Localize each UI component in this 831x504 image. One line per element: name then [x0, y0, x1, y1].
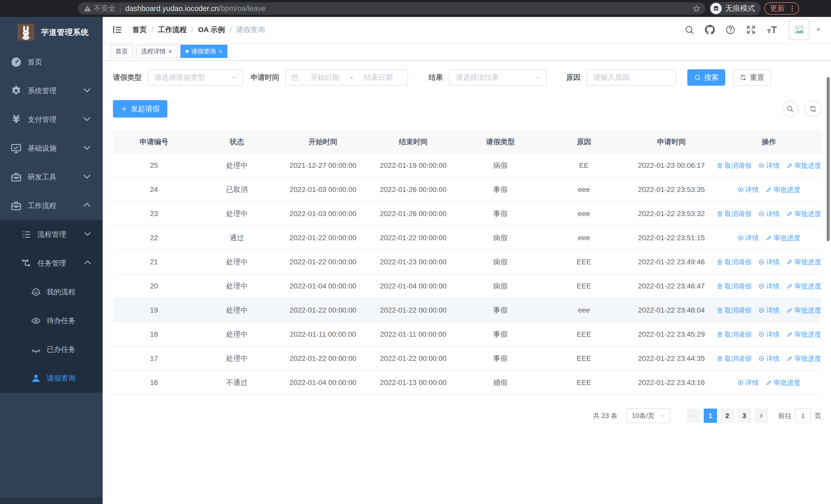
reason-input[interactable] — [587, 69, 676, 86]
show-search-button[interactable] — [782, 100, 798, 117]
url-text: dashboard.yudao.iocoder.cn/bpm/oa/leave — [125, 4, 692, 13]
chevron-down-icon — [660, 413, 666, 419]
tab-leave-query[interactable]: 请假查询× — [180, 45, 227, 58]
apply-time-range-input[interactable]: 开始日期 - 结束日期 — [285, 69, 408, 86]
sidebar-item-my-process[interactable]: 我的流程 — [0, 278, 103, 306]
reset-button[interactable]: 重置 — [733, 69, 771, 86]
cancel-action-link[interactable]: 取消请假 — [717, 258, 751, 267]
font-size-icon[interactable] — [766, 25, 779, 35]
progress-action-link[interactable]: 审批进度 — [786, 209, 821, 218]
help-icon[interactable] — [725, 25, 736, 35]
table-row: 19处理中2022-01-22 00:00:002022-01-22 00:00… — [113, 298, 821, 322]
calendar-icon — [291, 73, 299, 81]
cancel-action-link[interactable]: 取消请假 — [717, 209, 751, 218]
sidebar-item-todo-tasks[interactable]: 待办任务 — [0, 306, 103, 335]
progress-action-link[interactable]: 审批进度 — [766, 185, 800, 194]
breadcrumb-item[interactable]: OA 示例 — [198, 25, 225, 35]
leave-type-select[interactable]: 请选择请假类型 — [148, 69, 243, 86]
kebab-menu-icon[interactable] — [789, 5, 796, 12]
sidebar-item-dev-tools[interactable]: 研发工具 — [0, 163, 103, 191]
detail-action-link[interactable]: 详情 — [758, 209, 780, 218]
detail-action-link[interactable]: 详情 — [737, 234, 759, 242]
progress-action-link[interactable]: 审批进度 — [786, 354, 821, 363]
sidebar-item-system[interactable]: 系统管理 — [0, 77, 103, 105]
sidebar-item-process-mgmt[interactable]: 流程管理 — [0, 220, 103, 249]
eye-closed-icon — [31, 345, 41, 355]
scrollbar-thumb[interactable] — [827, 77, 830, 241]
cancel-action-link[interactable]: 取消请假 — [717, 354, 751, 363]
avatar[interactable] — [789, 20, 809, 40]
user-icon — [31, 373, 41, 383]
cancel-action-link[interactable]: 取消请假 — [717, 282, 751, 291]
home-icon[interactable] — [60, 1, 75, 16]
cell-start-time: 2022-01-04 00:00:00 — [279, 274, 367, 298]
sidebar-item-task-mgmt[interactable]: 任务管理 — [0, 249, 103, 278]
page-button-1[interactable]: 1 — [704, 409, 717, 423]
progress-action-link[interactable]: 审批进度 — [786, 258, 821, 267]
detail-action-link[interactable]: 详情 — [758, 354, 780, 363]
cell-reason: EEE — [542, 347, 627, 370]
breadcrumb-item[interactable]: 工作流程 — [158, 25, 187, 35]
tab-home[interactable]: 首页 — [110, 45, 133, 58]
sidebar-item-home[interactable]: 首页 — [0, 48, 103, 77]
hamburger-icon[interactable] — [110, 24, 124, 35]
page-button-2[interactable]: 2 — [721, 409, 734, 423]
detail-action-link[interactable]: 详情 — [737, 185, 759, 194]
cancel-action-link[interactable]: 取消请假 — [717, 161, 751, 170]
address-bar[interactable]: 不安全 dashboard.yudao.iocoder.cn/bpm/oa/le… — [78, 2, 706, 14]
sidebar-item-label: 已办任务 — [47, 345, 76, 354]
github-icon[interactable] — [705, 25, 715, 35]
table-row: 24已取消2022-01-03 00:00:002022-01-26 00:00… — [113, 178, 821, 202]
update-button[interactable]: 更新 — [764, 2, 799, 14]
fullscreen-icon[interactable] — [746, 25, 756, 35]
cell-reason: eee — [542, 178, 627, 202]
sidebar-item-label: 系统管理 — [28, 86, 56, 96]
cell-reason: EEE — [542, 322, 627, 347]
prev-page-button[interactable] — [687, 409, 700, 423]
refresh-table-button[interactable] — [805, 100, 821, 117]
progress-action-link[interactable]: 审批进度 — [786, 330, 821, 339]
progress-action-link[interactable]: 审批进度 — [786, 161, 821, 170]
detail-action-link[interactable]: 详情 — [758, 306, 780, 315]
column-header: 状态 — [195, 130, 279, 153]
reload-icon[interactable] — [42, 1, 56, 16]
cancel-action-link[interactable]: 取消请假 — [717, 330, 751, 339]
search-button[interactable]: 搜索 — [687, 69, 725, 86]
cell-id: 24 — [113, 178, 195, 202]
sidebar-item-payment[interactable]: ¥支付管理 — [0, 105, 103, 134]
detail-action-link[interactable]: 详情 — [758, 161, 780, 170]
sidebar-item-leave-query[interactable]: 请假查询 — [0, 364, 103, 393]
search-icon[interactable] — [684, 25, 694, 35]
detail-action-link[interactable]: 详情 — [758, 282, 780, 291]
breadcrumb-item[interactable]: 首页 — [133, 25, 147, 35]
detail-action-link[interactable]: 详情 — [737, 378, 759, 387]
page-button-3[interactable]: 3 — [738, 409, 751, 423]
detail-action-link[interactable]: 详情 — [758, 330, 780, 339]
breadcrumb-separator: / — [229, 26, 231, 34]
app-logo[interactable]: 芋道管理系统 — [0, 17, 103, 48]
gauge-icon — [10, 56, 22, 68]
forward-icon[interactable] — [24, 1, 38, 16]
sidebar-item-done-tasks[interactable]: 已办任务 — [0, 335, 103, 364]
bookmark-star-icon[interactable] — [692, 4, 701, 13]
goto-page-input[interactable] — [795, 408, 811, 423]
tab-process-detail[interactable]: 流程详情× — [136, 45, 177, 58]
progress-action-link[interactable]: 审批进度 — [786, 306, 821, 315]
sidebar-item-infrastructure[interactable]: 基础设施 — [0, 134, 103, 163]
caret-down-icon[interactable] — [815, 26, 822, 33]
create-leave-button[interactable]: 发起请假 — [113, 100, 167, 118]
sidebar-collapse-bar[interactable] — [0, 497, 103, 504]
result-select[interactable]: 请选择流结果 — [449, 69, 547, 86]
cancel-action-link[interactable]: 取消请假 — [717, 306, 751, 315]
close-icon[interactable]: × — [219, 48, 222, 55]
progress-action-link[interactable]: 审批进度 — [766, 234, 800, 242]
page-size-select[interactable]: 10条/页 — [626, 408, 670, 423]
progress-action-link[interactable]: 审批进度 — [786, 282, 821, 291]
sidebar-item-workflow[interactable]: 工作流程 — [0, 191, 103, 220]
close-icon[interactable]: × — [168, 48, 172, 55]
view-icon — [758, 162, 765, 169]
detail-action-link[interactable]: 详情 — [758, 258, 780, 267]
progress-action-link[interactable]: 审批进度 — [766, 378, 800, 387]
back-icon[interactable] — [6, 1, 21, 16]
next-page-button[interactable] — [754, 409, 768, 423]
